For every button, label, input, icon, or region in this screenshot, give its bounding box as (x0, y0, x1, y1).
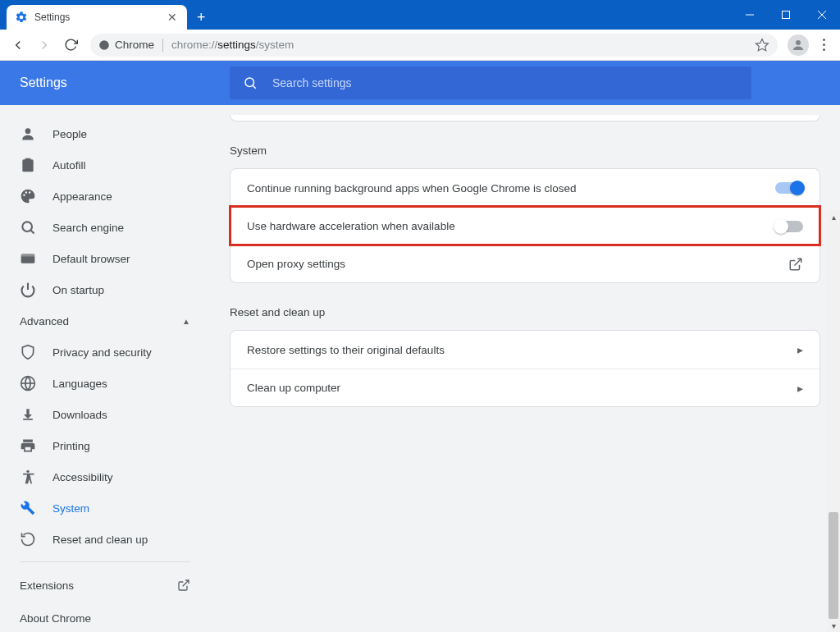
svg-line-20 (795, 259, 801, 265)
close-window-button[interactable] (804, 0, 840, 30)
chevron-up-icon: ▲ (182, 317, 190, 326)
search-placeholder: Search settings (272, 76, 352, 89)
svg-point-9 (25, 128, 31, 134)
svg-marker-5 (756, 39, 769, 50)
toggle-switch[interactable] (775, 221, 803, 232)
svg-point-6 (796, 40, 801, 45)
row-label: Open proxy settings (247, 258, 345, 270)
reload-button[interactable] (59, 34, 82, 57)
search-icon (243, 76, 258, 90)
scroll-down-arrow[interactable]: ▾ (827, 619, 840, 632)
scroll-thumb[interactable] (829, 512, 838, 619)
sidebar-item-printing[interactable]: Printing (0, 430, 210, 461)
chevron-right-icon: ▸ (797, 343, 803, 356)
svg-point-4 (99, 40, 109, 50)
scroll-track[interactable] (827, 223, 840, 619)
sidebar-item-label: On startup (52, 284, 104, 296)
sidebar-item-label: Default browser (52, 253, 130, 265)
row-label: Restore settings to their original defau… (247, 344, 445, 356)
row-label: Clean up computer (247, 382, 340, 394)
sidebar-item-autofill[interactable]: Autofill (0, 149, 210, 181)
forward-button[interactable] (33, 34, 56, 57)
sidebar-item-label: Accessibility (52, 471, 113, 483)
sidebar-item-reset-and-clean-up[interactable]: Reset and clean up (0, 524, 210, 555)
palette-icon (20, 188, 36, 204)
sidebar-item-search-engine[interactable]: Search engine (0, 212, 210, 243)
close-tab-icon[interactable]: ✕ (164, 11, 180, 24)
svg-line-8 (253, 85, 255, 88)
bookmark-star-icon[interactable] (755, 38, 769, 53)
extensions-link[interactable]: Extensions (0, 569, 210, 602)
minimize-button[interactable] (732, 0, 768, 30)
settings-header: Settings Search settings (0, 61, 840, 105)
settings-content: System Continue running background apps … (210, 105, 840, 632)
advanced-label: Advanced (20, 315, 69, 327)
about-chrome-link[interactable]: About Chrome (0, 602, 210, 632)
page-title: Settings (20, 76, 230, 90)
sidebar-item-label: Printing (52, 440, 90, 452)
maximize-button[interactable] (768, 0, 804, 30)
browser-tab[interactable]: Settings ✕ (7, 5, 187, 30)
scroll-up-arrow[interactable]: ▴ (827, 210, 840, 223)
sidebar-item-label: Downloads (52, 409, 107, 421)
new-tab-button[interactable]: + (197, 9, 206, 26)
sidebar-item-label: Reset and clean up (52, 534, 148, 546)
separator (162, 39, 163, 52)
sidebar-item-on-startup[interactable]: On startup (0, 274, 210, 305)
settings-row[interactable]: Restore settings to their original defau… (231, 331, 819, 369)
search-settings-input[interactable]: Search settings (230, 66, 751, 99)
reset-card: Restore settings to their original defau… (230, 330, 820, 407)
section-title-system: System (230, 144, 820, 157)
accessibility-icon (20, 469, 36, 485)
vertical-scrollbar[interactable]: ▴ ▾ (827, 210, 840, 632)
url-scheme: chrome:// (171, 39, 217, 51)
sidebar-item-default-browser[interactable]: Default browser (0, 243, 210, 274)
svg-line-12 (31, 231, 34, 234)
svg-line-19 (183, 580, 189, 586)
sidebar-item-languages[interactable]: Languages (0, 368, 210, 399)
url-host: settings (217, 39, 256, 51)
sidebar-item-privacy-and-security[interactable]: Privacy and security (0, 337, 210, 368)
globe-icon (20, 375, 36, 392)
site-info-icon (98, 39, 110, 51)
settings-row[interactable]: Continue running background apps when Go… (231, 169, 819, 207)
svg-rect-1 (783, 11, 790, 19)
sidebar-item-label: System (52, 502, 89, 515)
chrome-chip: Chrome (115, 39, 154, 51)
svg-rect-14 (21, 254, 35, 256)
wrench-icon (20, 500, 36, 516)
address-bar[interactable]: Chrome chrome:// settings /system (90, 34, 778, 57)
person-icon (20, 126, 36, 142)
main-area: PeopleAutofillAppearanceSearch engineDef… (0, 105, 840, 632)
sidebar-item-label: Autofill (52, 159, 86, 172)
restore-icon (20, 531, 36, 547)
chrome-menu-button[interactable] (812, 34, 835, 56)
profile-avatar[interactable] (788, 34, 809, 56)
settings-row[interactable]: Open proxy settings (231, 245, 819, 282)
settings-row[interactable]: Clean up computer▸ (231, 369, 819, 406)
tab-title: Settings (34, 11, 164, 23)
sidebar-item-downloads[interactable]: Downloads (0, 399, 210, 430)
url-path: /system (256, 39, 294, 51)
back-button[interactable] (7, 34, 30, 57)
sidebar-item-appearance[interactable]: Appearance (0, 181, 210, 212)
sidebar-item-accessibility[interactable]: Accessibility (0, 461, 210, 492)
svg-rect-10 (25, 158, 31, 161)
browser-toolbar: Chrome chrome:// settings /system (0, 30, 840, 61)
sidebar-item-label: Search engine (52, 222, 124, 234)
previous-card-edge (230, 115, 820, 121)
sidebar-item-people[interactable]: People (0, 118, 210, 149)
advanced-toggle[interactable]: Advanced▲ (0, 305, 210, 337)
search-icon (20, 219, 36, 236)
toggle-switch[interactable] (775, 182, 803, 194)
sidebar-item-label: Appearance (52, 190, 112, 203)
settings-row[interactable]: Use hardware acceleration when available (231, 207, 819, 245)
about-label: About Chrome (20, 612, 91, 625)
svg-point-11 (22, 222, 32, 231)
row-label: Continue running background apps when Go… (247, 182, 577, 195)
window-titlebar: Settings ✕ + (0, 0, 840, 30)
system-card: Continue running background apps when Go… (230, 168, 820, 283)
sidebar-item-system[interactable]: System (0, 492, 210, 524)
clipboard-icon (20, 157, 36, 173)
window-controls (732, 0, 840, 30)
